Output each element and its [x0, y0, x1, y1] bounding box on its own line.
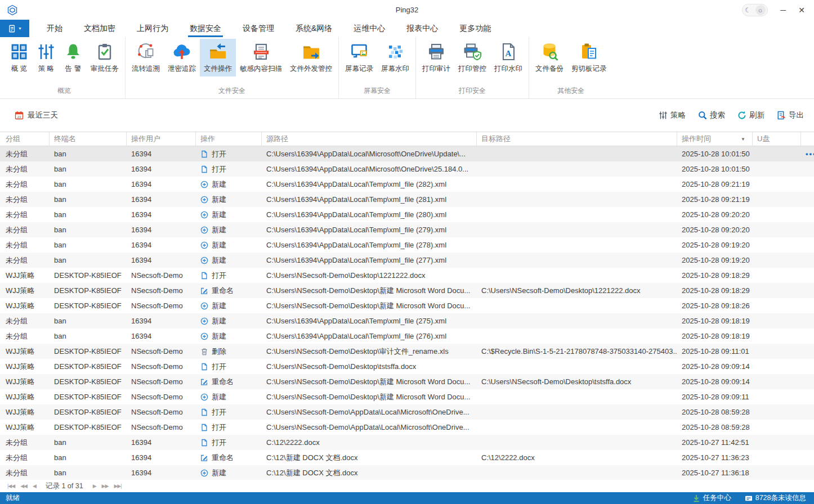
table-row[interactable]: WJJ策略DESKTOP-K85IEOFNSecsoft-Demo打开C:\Us… [0, 404, 814, 420]
ribbon-item-leak-track[interactable]: 泄密追踪 [164, 39, 200, 76]
first-page-button[interactable]: |◀◀ [5, 483, 17, 489]
theme-toggle[interactable]: ☾ ☼ [742, 4, 768, 16]
ribbon-item-print-audit[interactable]: 打印审计 [418, 39, 454, 76]
table-row[interactable]: 未分组ban16394新建C:\Users\16394\AppData\Loca… [0, 313, 814, 328]
sensitive-scan-icon [252, 42, 271, 61]
refresh-button[interactable]: 刷新 [737, 110, 764, 120]
table-row[interactable]: 未分组ban16394新建C:\Users\16394\AppData\Loca… [0, 222, 814, 237]
ribbon-item-clipboard-record[interactable]: 剪切板记录 [567, 39, 611, 76]
table-row[interactable]: WJJ策略DESKTOP-K85IEOFNSecsoft-Demo打开C:\Us… [0, 359, 814, 374]
close-button[interactable]: ✕ [798, 6, 805, 14]
column-header-time[interactable]: 操作时间▼ [677, 132, 753, 146]
ribbon-item-print-watermark[interactable]: A打印水印 [490, 39, 526, 76]
column-header-user[interactable]: 操作用户 [127, 132, 196, 146]
ribbon-tabs: 开始文档加密上网行为数据安全设备管理系统&网络运维中心报表中心更多功能 [36, 20, 502, 37]
minimize-button[interactable]: ─ [780, 6, 786, 14]
row-actions-more-button[interactable]: ••• [806, 150, 814, 158]
cell-usb [753, 253, 801, 268]
sort-indicator-icon[interactable]: ▼ [741, 137, 748, 142]
cell-operation: 新建 [196, 253, 262, 268]
tab-start[interactable]: 开始 [36, 20, 73, 37]
ribbon-item-print-control[interactable]: 打印管控 [454, 39, 490, 76]
cell-user: NSecsoft-Demo [127, 404, 196, 420]
app-menu-button[interactable]: ▼ [0, 20, 29, 37]
cell-usb [753, 328, 801, 344]
table-row[interactable]: WJJ策略DESKTOP-K85IEOFNSecsoft-Demo新建C:\Us… [0, 298, 814, 313]
table-row[interactable]: 未分组ban16394打开C:\Users\16394\AppData\Loca… [0, 161, 814, 177]
ribbon-item-alert[interactable]: 告 警 [60, 39, 87, 76]
tab-device-mgmt[interactable]: 设备管理 [232, 20, 285, 37]
ribbon-item-screen-record[interactable]: 屏幕记录 [341, 39, 377, 76]
table-row[interactable]: 未分组ban16394重命名C:\12\新建 DOCX 文档.docxC:\12… [0, 450, 814, 465]
table-row[interactable]: WJJ策略DESKTOP-K85IEOFNSecsoft-Demo新建C:\Us… [0, 389, 814, 404]
ribbon-item-screen-watermark[interactable]: 屏幕水印 [377, 39, 413, 76]
new-icon [200, 302, 208, 310]
ribbon-item-file-out-control[interactable]: 文件外发管控 [286, 39, 336, 76]
ribbon-item-policy[interactable]: 策 略 [33, 39, 60, 76]
cell-usb [753, 435, 801, 450]
cell-user: NSecsoft-Demo [127, 374, 196, 389]
cell-filler [801, 237, 814, 253]
table-row[interactable]: WJJ策略DESKTOP-K85IEOFNSecsoft-Demo重命名C:\U… [0, 283, 814, 298]
table-row[interactable]: 未分组ban16394新建C:\Users\16394\AppData\Loca… [0, 177, 814, 192]
cell-group: 未分组 [0, 450, 50, 465]
cell-filler [801, 328, 814, 344]
table-row[interactable]: WJJ策略DESKTOP-K85IEOFNSecsoft-Demo删除C:\Us… [0, 344, 814, 359]
table-row[interactable]: 未分组ban16394打开C:\12\2222.docx2025-10-27 1… [0, 435, 814, 450]
unread-messages-button[interactable]: 8728条未读信息 [745, 493, 806, 503]
tab-data-security[interactable]: 数据安全 [179, 20, 232, 37]
ribbon-item-sensitive-scan[interactable]: 敏感内容扫描 [236, 39, 286, 76]
table-row[interactable]: 未分组ban16394打开C:\Users\16394\AppData\Loca… [0, 146, 814, 161]
table-row[interactable]: 未分组ban16394新建C:\Users\16394\AppData\Loca… [0, 192, 814, 207]
last-page-button[interactable]: ▶▶| [111, 483, 124, 489]
cell-time: 2025-10-28 09:18:29 [677, 268, 753, 283]
ribbon-item-file-backup[interactable]: 文件备份 [531, 39, 567, 76]
tab-more-features[interactable]: 更多功能 [449, 20, 502, 37]
cell-terminal: ban [50, 313, 127, 328]
tab-doc-encrypt[interactable]: 文档加密 [73, 20, 126, 37]
ribbon-item-label: 打印审计 [422, 64, 450, 74]
export-label: 导出 [789, 110, 804, 120]
policy-button[interactable]: 策略 [659, 110, 686, 120]
column-header-group[interactable]: 分组 [0, 132, 50, 146]
ribbon-item-flow-trace[interactable]: 流转追溯 [128, 39, 164, 76]
ribbon-item-approval-tasks[interactable]: 审批任务 [87, 39, 123, 76]
ribbon-group-label: 其他安全 [531, 86, 611, 98]
table-row[interactable]: 未分组ban16394新建C:\Users\16394\AppData\Loca… [0, 253, 814, 268]
column-header-op[interactable]: 操作 [196, 132, 262, 146]
next-page-button[interactable]: ▶ [90, 483, 99, 489]
search-button[interactable]: 搜索 [698, 110, 725, 120]
table-row[interactable]: 未分组ban16394新建C:\12\新建 DOCX 文档.docx2025-1… [0, 465, 814, 480]
column-header-source[interactable]: 源路径 [262, 132, 477, 146]
table-row[interactable]: 未分组ban16394新建C:\Users\16394\AppData\Loca… [0, 207, 814, 222]
table-header: 分组终端名操作用户操作源路径目标路径操作时间▼U盘 [0, 132, 814, 146]
window-title: Ping32 [0, 6, 814, 14]
tab-report-center[interactable]: 报表中心 [396, 20, 449, 37]
tab-system-network[interactable]: 系统&网络 [285, 20, 343, 37]
table-row[interactable]: WJJ策略DESKTOP-K85IEOFNSecsoft-Demo重命名C:\U… [0, 374, 814, 389]
ribbon-item-file-operation[interactable]: 文件操作 [200, 39, 236, 76]
cell-time: 2025-10-28 09:09:14 [677, 374, 753, 389]
cell-usb [753, 389, 801, 404]
title-bar: Ping32 ☾ ☼ ─ ✕ [0, 0, 814, 20]
tab-web-behavior[interactable]: 上网行为 [126, 20, 179, 37]
column-header-terminal[interactable]: 终端名 [50, 132, 127, 146]
column-header-usb[interactable]: U盘 [753, 132, 801, 146]
export-button[interactable]: 导出 [777, 110, 804, 120]
date-filter-button[interactable]: 23 最近三天 [15, 110, 58, 120]
table-row[interactable]: 未分组ban16394新建C:\Users\16394\AppData\Loca… [0, 237, 814, 253]
ribbon-item-overview[interactable]: 概 览 [6, 39, 33, 76]
tab-ops-center[interactable]: 运维中心 [343, 20, 396, 37]
open-icon [200, 424, 208, 431]
ribbon-item-label: 剪切板记录 [571, 64, 607, 74]
task-center-button[interactable]: 任务中心 [692, 493, 731, 503]
fast-back-button[interactable]: ◀◀ [17, 483, 30, 489]
fast-forward-button[interactable]: ▶▶ [99, 483, 111, 489]
prev-page-button[interactable]: ◀ [30, 483, 39, 489]
cell-operation: 新建 [196, 192, 262, 207]
table-row[interactable]: WJJ策略DESKTOP-K85IEOFNSecsoft-Demo打开C:\Us… [0, 420, 814, 435]
table-row[interactable]: WJJ策略DESKTOP-K85IEOFNSecsoft-Demo打开C:\Us… [0, 268, 814, 283]
table-row[interactable]: 未分组ban16394新建C:\Users\16394\AppData\Loca… [0, 328, 814, 344]
column-header-target[interactable]: 目标路径 [477, 132, 677, 146]
cell-filler [801, 313, 814, 328]
